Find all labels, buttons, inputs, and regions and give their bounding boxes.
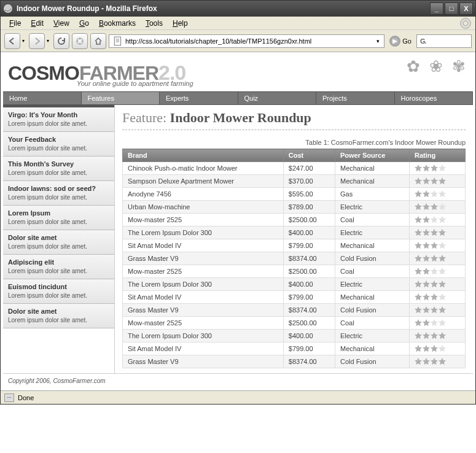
- cell-brand: Sit Amat Model IV: [123, 343, 284, 355]
- sidebar-card[interactable]: Euismod tinciduntLorem ipsum dolor site …: [3, 279, 114, 304]
- cell-cost: $8374.00: [283, 355, 335, 368]
- cell-brand: Grass Master V9: [123, 355, 284, 368]
- star-icon: [423, 293, 430, 301]
- sidebar-card-body: Lorem ipsum dolor site amet.: [8, 218, 109, 226]
- cell-cost: $400.00: [283, 226, 335, 239]
- back-button-group: ▾: [4, 33, 26, 49]
- menu-go[interactable]: Go: [74, 18, 94, 29]
- cell-cost: $400.00: [283, 278, 335, 291]
- star-icon: [431, 177, 438, 185]
- cell-brand: The Lorem Ipsum Dolor 300: [123, 278, 284, 291]
- sidebar-card[interactable]: Dolor site ametLorem ipsum dolor site am…: [3, 304, 114, 328]
- sidebar-card-title: Virgo: It's Your Month: [8, 111, 109, 118]
- back-dropdown[interactable]: ▾: [20, 38, 26, 44]
- cell-power: Cold Fusion: [335, 252, 409, 265]
- star-icon: [415, 216, 422, 223]
- minimize-button[interactable]: _: [430, 2, 443, 15]
- col-cost: Cost: [283, 149, 335, 162]
- star-icon: [423, 306, 430, 314]
- browser-window: Indoor Mower Roundup - Mozilla Firefox _…: [0, 0, 476, 405]
- go-button[interactable]: ▶ Go: [387, 36, 414, 47]
- table-row: Urban Mow-machine$789.00Electric: [123, 201, 466, 214]
- stop-button[interactable]: [72, 33, 88, 49]
- table-row: Mow-master 2525$2500.00Coal: [123, 317, 466, 330]
- star-icon: [415, 242, 422, 249]
- star-icon: [423, 345, 430, 352]
- maximize-button[interactable]: □: [445, 2, 458, 15]
- menu-tools[interactable]: Tools: [141, 18, 168, 29]
- svg-rect-4: [114, 37, 120, 45]
- table-row: Anodyne 7456$595.00Gas: [123, 188, 466, 201]
- star-icon: [431, 242, 438, 249]
- cell-brand: Chinook Push-o-matic Indoor Mower: [123, 162, 284, 175]
- cell-power: Coal: [335, 265, 409, 278]
- nav-features[interactable]: Features: [82, 92, 160, 104]
- titlebar[interactable]: Indoor Mower Roundup - Mozilla Firefox _…: [1, 1, 475, 17]
- sidebar-card[interactable]: Lorem IpsumLorem ipsum dolor site amet.: [3, 206, 114, 230]
- table-caption: Table 1: CosmoFarmer.com's Indoor Mower …: [122, 139, 466, 146]
- star-icon: [423, 255, 430, 262]
- nav-quiz[interactable]: Quiz: [238, 92, 317, 104]
- sidebar-card-body: Lorem ipsum dolor site amet.: [8, 267, 109, 275]
- sidebar-card[interactable]: Your FeedbackLorem ipsum dolor site amet…: [3, 132, 114, 157]
- table-row: The Lorem Ipsum Dolor 300$400.00Electric: [123, 278, 466, 291]
- menu-view[interactable]: View: [49, 18, 74, 29]
- sidebar-card[interactable]: Dolor site ametLorem ipsum dolor site am…: [3, 230, 114, 255]
- cell-brand: Urban Mow-machine: [123, 201, 284, 214]
- cell-rating: [409, 162, 465, 175]
- sidebar-card[interactable]: Indoor lawns: sod or seed?Lorem ipsum do…: [3, 181, 114, 206]
- star-icon: [423, 229, 430, 236]
- cell-cost: $370.00: [283, 175, 335, 188]
- menu-help[interactable]: Help: [168, 18, 193, 29]
- menu-file[interactable]: File: [4, 18, 26, 29]
- search-box[interactable]: G▾: [416, 34, 472, 48]
- cell-cost: $799.00: [283, 239, 335, 252]
- reload-button[interactable]: [53, 33, 69, 49]
- star-icon: [431, 345, 438, 352]
- star-icon: [415, 319, 422, 327]
- cell-cost: $2500.00: [283, 265, 335, 278]
- throbber-icon: [459, 17, 472, 29]
- nav-home[interactable]: Home: [3, 92, 82, 104]
- menu-edit[interactable]: Edit: [26, 18, 49, 29]
- close-button[interactable]: X: [459, 2, 473, 15]
- cell-rating: [409, 252, 465, 265]
- star-icon: [439, 268, 446, 275]
- cell-power: Mechanical: [335, 239, 409, 252]
- star-icon: [439, 255, 446, 262]
- star-icon: [415, 165, 422, 172]
- cell-rating: [409, 175, 465, 188]
- sidebar-card[interactable]: This Month's SurveyLorem ipsum dolor sit…: [3, 157, 114, 181]
- star-icon: [415, 281, 422, 288]
- cell-power: Electric: [335, 201, 409, 214]
- star-icon: [431, 306, 438, 314]
- sidebar-card[interactable]: Virgo: It's Your MonthLorem ipsum dolor …: [3, 105, 114, 132]
- menu-bookmarks[interactable]: Bookmarks: [94, 18, 141, 29]
- status-icon[interactable]: ···: [4, 393, 14, 402]
- nav-horoscopes[interactable]: Horoscopes: [395, 92, 474, 104]
- back-button[interactable]: [4, 33, 20, 49]
- sidebar-card-title: Euismod tincidunt: [8, 283, 109, 290]
- star-icon: [415, 268, 422, 275]
- forward-dropdown[interactable]: ▾: [45, 38, 51, 44]
- home-button[interactable]: [90, 33, 106, 49]
- cell-cost: $789.00: [283, 201, 335, 214]
- table-row: Sit Amat Model IV$799.00Mechanical: [123, 291, 466, 304]
- col-brand: Brand: [123, 149, 284, 162]
- nav-experts[interactable]: Experts: [160, 92, 238, 104]
- sidebar-card-body: Lorem ipsum dolor site amet.: [8, 144, 109, 152]
- address-bar[interactable]: ▾: [109, 34, 384, 48]
- url-input[interactable]: [125, 35, 373, 47]
- star-icon: [423, 190, 430, 198]
- star-icon: [431, 216, 438, 223]
- url-dropdown[interactable]: ▾: [373, 38, 383, 44]
- forward-button[interactable]: [29, 33, 45, 49]
- sidebar-card[interactable]: Adipiscing elitLorem ipsum dolor site am…: [3, 255, 114, 279]
- star-icon: [423, 281, 430, 288]
- star-icon: [439, 281, 446, 288]
- nav-projects[interactable]: Projects: [316, 92, 395, 104]
- table-row: Sit Amat Model IV$799.00Mechanical: [123, 343, 466, 355]
- table-row: Grass Master V9$8374.00Cold Fusion: [123, 355, 466, 368]
- cell-rating: [409, 291, 465, 304]
- cell-power: Mechanical: [335, 162, 409, 175]
